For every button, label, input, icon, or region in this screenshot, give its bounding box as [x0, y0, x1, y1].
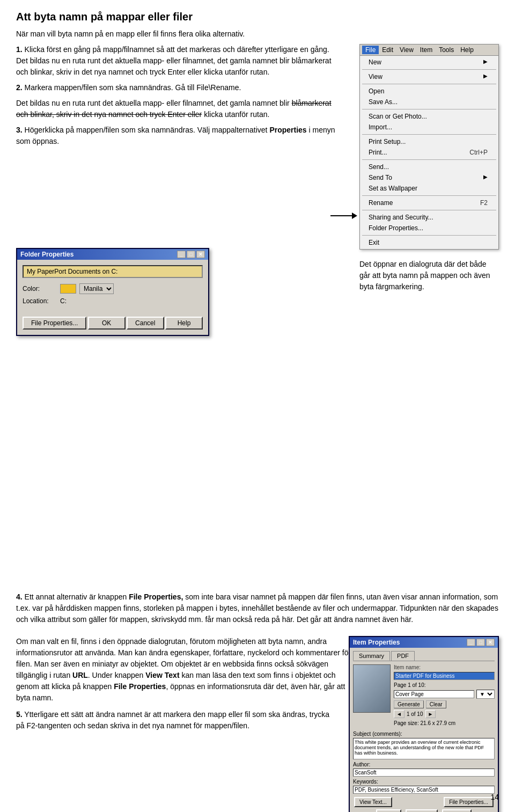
menu-saveas[interactable]: Save As... — [360, 97, 498, 107]
menu-edit[interactable]: Edit — [379, 46, 396, 54]
maximize-button[interactable]: □ — [187, 251, 195, 258]
clear-button[interactable]: Clear — [426, 700, 446, 708]
color-swatch — [60, 284, 76, 294]
menu-open[interactable]: Open — [360, 86, 498, 97]
item-maximize-button[interactable]: □ — [476, 639, 485, 646]
step2-num: 2. — [16, 83, 23, 92]
menu-import[interactable]: Import... — [360, 122, 498, 133]
cover-page-dropdown[interactable]: ▼ — [476, 690, 495, 699]
tab-summary[interactable]: Summary — [353, 651, 390, 661]
subject-section: Subject (comments): This white paper pro… — [353, 731, 495, 759]
step2-text: 2. Markera mappen/filen som ska namnändr… — [16, 82, 338, 93]
file-properties-button[interactable]: File Properties... — [23, 317, 86, 330]
folder-name-field[interactable]: My PaperPort Documents on C: — [23, 265, 203, 278]
tab-pdf[interactable]: PDF — [391, 651, 415, 661]
folder-properties-dialog: Folder Properties _ □ ✕ My PaperPort Doc… — [16, 248, 209, 336]
menu-view[interactable]: View — [396, 46, 417, 54]
menu-printsetup[interactable]: Print Setup... — [360, 136, 498, 147]
author-label: Author: — [353, 762, 495, 767]
item-name-value[interactable]: Starter PDF for Business — [394, 672, 495, 680]
section4-num: 4. — [16, 592, 23, 601]
nav-prev-button[interactable]: ◄ — [394, 710, 404, 718]
menu-help[interactable]: Help — [457, 46, 477, 54]
minimize-button[interactable]: _ — [177, 251, 186, 258]
menu-rename[interactable]: RenameF2 — [360, 197, 498, 208]
item-titlebar-buttons: _ □ ✕ — [467, 639, 495, 646]
menu-exit[interactable]: Exit — [360, 237, 498, 248]
dialog-titlebar: Folder Properties _ □ ✕ — [17, 249, 208, 260]
intro-text: När man vill byta namn på en mapp eller … — [16, 28, 499, 40]
close-button[interactable]: ✕ — [196, 251, 205, 258]
author-section: Author: ScanSoft — [353, 762, 495, 777]
item-tabs: Summary PDF — [353, 651, 495, 661]
item-dialog-titlebar: Item Properties _ □ ✕ — [350, 637, 498, 648]
menu-sharing[interactable]: Sharing and Security... — [360, 212, 498, 223]
author-value: ScanSoft — [353, 769, 495, 777]
ok-button[interactable]: OK — [88, 317, 126, 330]
nav-next-button[interactable]: ► — [425, 710, 436, 718]
main-text-column: 1. Klicka först en gång på mapp/filnamne… — [16, 44, 338, 147]
dialog-title: Folder Properties — [20, 251, 73, 258]
separator-5 — [362, 159, 496, 160]
page-number: 14 — [490, 793, 499, 801]
menu-sendto[interactable]: Send To — [360, 172, 498, 183]
separator-3 — [362, 109, 496, 109]
page-size-label: Page size: — [394, 720, 419, 726]
item-props-outer: Om man valt en fil, finns i den öppnade … — [16, 636, 499, 731]
cover-page-value: Cover Page — [394, 690, 474, 698]
item-hjlp-button[interactable]: Hjälp — [442, 809, 472, 812]
menu-folderprops[interactable]: Folder Properties... — [360, 223, 498, 233]
step3-num: 3. — [16, 126, 23, 134]
keywords-value: PDF, Business Efficiency, ScanSoft — [353, 786, 495, 794]
separator-1 — [362, 69, 496, 70]
cancel-button[interactable]: Cancel — [127, 317, 164, 330]
strikethrough-text: blåmarkerat och blinkar, skriv in det ny… — [16, 99, 332, 119]
generate-button[interactable]: Generate — [394, 700, 424, 708]
menu-item[interactable]: Item — [417, 46, 436, 54]
item-thumbnail — [353, 664, 391, 713]
separator-2 — [362, 84, 496, 84]
menu-new[interactable]: New — [360, 57, 498, 68]
generate-clear-row: Generate Clear — [394, 700, 495, 708]
page-nav-info: 1 of 10 — [407, 711, 423, 717]
section5-text: 5. Ytterligare ett sätt att ändra namnet… — [16, 709, 338, 731]
menu-file[interactable]: File — [362, 46, 379, 54]
view-text-button[interactable]: View Text... — [354, 797, 392, 807]
section5-num: 5. — [16, 710, 23, 719]
menu-wallpaper[interactable]: Set as Wallpaper — [360, 183, 498, 194]
file-props-button2[interactable]: File Properties... — [444, 797, 494, 807]
step1-num: 1. — [16, 45, 23, 54]
thumbnail-image — [354, 665, 390, 712]
item-close-button[interactable]: ✕ — [486, 639, 495, 646]
titlebar-buttons: _ □ ✕ — [177, 251, 205, 258]
separator-6 — [362, 195, 496, 196]
location-value: C: — [60, 297, 67, 305]
menu-view-item[interactable]: View — [360, 71, 498, 82]
callout-paragraph: Det öppnar en dialogruta där det både gå… — [359, 259, 499, 292]
arrow-head — [352, 213, 357, 219]
menu-scan[interactable]: Scan or Get Photo... — [360, 111, 498, 122]
callout-text: Det öppnar en dialogruta där det både gå… — [359, 259, 499, 297]
page-size-row: Page size: 21.6 x 27.9 cm — [394, 720, 495, 726]
fileprops-bold: File Properties, — [129, 592, 183, 601]
dialog-content: My PaperPort Documents on C: Color: Mani… — [17, 260, 208, 313]
menu-bar: File Edit View Item Tools Help — [360, 45, 498, 56]
item-ok-button[interactable]: OK — [376, 809, 401, 812]
color-dropdown[interactable]: Manila — [79, 283, 114, 294]
page-label-row: Page 1 of 10: — [394, 682, 495, 688]
keywords-section: Keywords: PDF, Business Efficiency, Scan… — [353, 779, 495, 794]
subject-value: This white paper provides an overview of… — [353, 738, 495, 759]
item-props-intro: Om man valt en fil, finns i den öppnade … — [16, 636, 359, 704]
keywords-label: Keywords: — [353, 779, 495, 785]
menu-send[interactable]: Send... — [360, 162, 498, 172]
menu-tools[interactable]: Tools — [436, 46, 457, 54]
page-size-value: 21.6 x 27.9 cm — [420, 720, 455, 726]
color-row: Color: Manila — [23, 283, 203, 294]
item-name-label: Item name: — [394, 664, 423, 670]
menu-print[interactable]: Print...Ctrl+P — [360, 147, 498, 158]
item-props-text-block: Om man valt en fil, finns i den öppnade … — [16, 636, 359, 731]
item-minimize-button[interactable]: _ — [467, 639, 475, 646]
item-avbryt-button[interactable]: Avbryt — [406, 809, 438, 812]
help-button[interactable]: Help — [165, 317, 203, 330]
item-name-row: Item name: — [394, 664, 495, 670]
